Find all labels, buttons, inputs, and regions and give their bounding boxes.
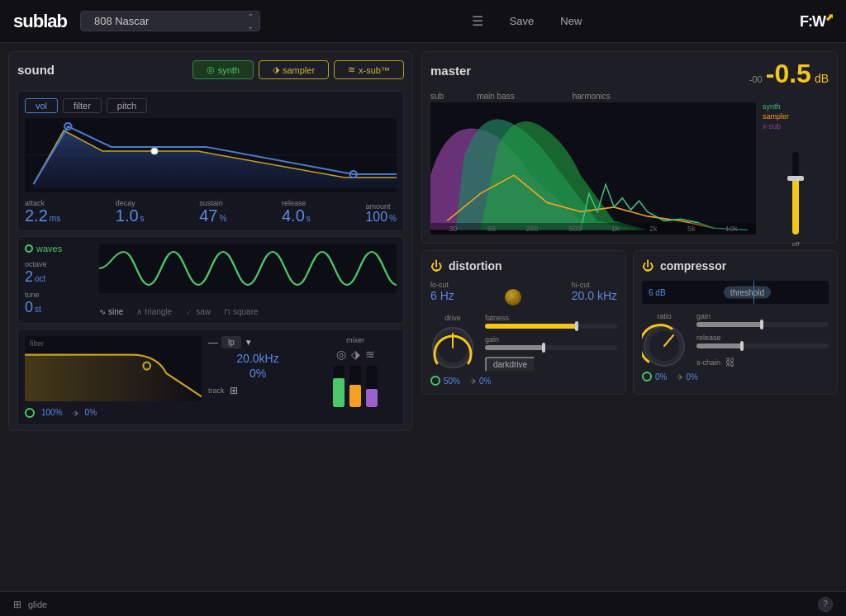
synth-tab[interactable]: ◎ synth [192, 60, 254, 79]
comp-release-label: release [696, 334, 829, 342]
filter-controls: — lp ▼ 20.0kHz 0% track ⊞ [208, 336, 307, 418]
harmonics-label: harmonics [573, 92, 611, 101]
comp-release-slider[interactable] [696, 344, 829, 348]
dist-main: drive [430, 314, 617, 372]
vol-tab[interactable]: vol [25, 98, 58, 113]
help-button[interactable]: ? [818, 597, 833, 612]
comp-gain-fill [696, 322, 763, 327]
schain-label: s-chain [696, 358, 720, 367]
dist-dot-container [468, 281, 558, 306]
threshold-bar[interactable]: 6 dB threshold [642, 281, 829, 304]
glide-label: glide [28, 599, 47, 609]
distortion-power-icon[interactable]: ⏻ [430, 259, 442, 272]
comp-mix-icon: ⬗ [677, 372, 682, 381]
threshold-line [753, 281, 754, 304]
compressor-power-icon[interactable]: ⏻ [642, 259, 654, 272]
dist-mix-value: 0% [479, 377, 491, 386]
dist-power-icon[interactable] [430, 376, 440, 386]
comp-power-icon[interactable] [642, 372, 652, 381]
drive-knob[interactable] [430, 325, 475, 370]
freq-2k: 2k [649, 225, 658, 233]
locut-param: lo-cut 6 Hz [430, 281, 454, 306]
freq-500: 500 [568, 225, 581, 233]
filter-tab[interactable]: filter [63, 98, 102, 113]
mixer-bar-fill-purple [366, 389, 378, 408]
octave-param: octave 2 oct [25, 260, 91, 286]
waves-title-label: waves [36, 244, 62, 254]
hicut-param: hi-cut 20.0 kHz [572, 281, 617, 306]
app-logo: sublab [13, 11, 67, 32]
master-title: master [430, 64, 471, 78]
filter-mix-icon: ⬗ [73, 409, 78, 417]
envelope-display [25, 118, 397, 192]
new-button[interactable]: New [554, 13, 588, 29]
gain-slider[interactable] [485, 345, 617, 350]
ratio-knob[interactable] [642, 324, 687, 368]
triangle-tab[interactable]: ∧ triangle [136, 307, 172, 316]
square-tab[interactable]: ⊓ square [224, 307, 259, 316]
darkdrive-button[interactable]: darkdrive [485, 357, 535, 372]
filter-section: filter [17, 329, 404, 425]
schain-icon[interactable]: ⛓ [725, 357, 735, 368]
save-button[interactable]: Save [503, 13, 541, 29]
comp-on-value: 0% [655, 372, 667, 381]
preset-selector[interactable] [80, 11, 260, 31]
spectrum-display: 30 65 260 500 1k 2k 5k 10k [430, 102, 756, 235]
sampler-icon: ⬗ [273, 64, 279, 75]
logo-prefix: sub [13, 11, 43, 31]
statusbar: ⊞ glide ? [0, 591, 846, 616]
ratio-knob-svg [642, 324, 687, 368]
comp-gain-slider[interactable] [696, 322, 829, 327]
fatness-thumb[interactable] [575, 321, 578, 331]
xsub-tab[interactable]: ≋ x-sub™ [334, 60, 404, 79]
wave-display [99, 244, 397, 293]
xsub-tab-label: x-sub™ [359, 65, 390, 75]
legend-xsub: x-sub [763, 122, 829, 130]
mixer-icon-3: ≋ [365, 348, 375, 361]
octave-unit: oct [35, 274, 45, 283]
master-db-label: -00 [749, 74, 763, 84]
waves-left: waves octave 2 oct tune 0 st [25, 244, 91, 316]
preset-container[interactable]: ⌃⌄ [80, 11, 260, 31]
square-label: square [233, 307, 259, 316]
mixer-bar-orange[interactable] [349, 366, 361, 407]
dist-on-value: 50% [444, 377, 460, 386]
fatness-slider[interactable] [485, 324, 617, 329]
menu-icon[interactable]: ☰ [472, 13, 483, 29]
mixer-bar-green[interactable] [333, 366, 345, 407]
spectrum-section-labels: sub main bass harmonics [430, 92, 829, 101]
filter-type-label[interactable]: lp [221, 336, 241, 348]
master-right: synth sampler x-sub [763, 102, 829, 235]
sampler-tab-label: sampler [283, 65, 315, 75]
comp-gain-thumb[interactable] [760, 320, 763, 329]
comp-sliders: gain release [696, 312, 829, 368]
amount-unit: % [389, 214, 397, 223]
sampler-tab[interactable]: ⬗ sampler [259, 60, 329, 79]
comp-bottom-row: 0% ⬗ 0% [642, 372, 829, 381]
dist-dot[interactable] [505, 289, 521, 306]
fader-off-label: off [792, 240, 800, 248]
saw-tab[interactable]: ⟋ saw [185, 307, 211, 316]
svg-point-2 [151, 148, 158, 154]
release-value: 4.0 [282, 207, 305, 224]
gain-thumb[interactable] [542, 343, 545, 353]
legend-synth: synth [763, 102, 829, 111]
schain-row: s-chain ⛓ [696, 357, 829, 368]
main-content: sound ◎ synth ⬗ sampler ≋ x-sub™ [0, 43, 846, 591]
xsub-icon: ≋ [348, 64, 355, 75]
compressor-panel: ⏻ compressor 6 dB threshold ratio [633, 250, 838, 395]
comp-release-slider-row: release [696, 334, 829, 348]
ratio-knob-container: ratio [642, 312, 687, 368]
triangle-label: triangle [145, 307, 172, 316]
filter-dropdown-icon: ▼ [245, 338, 253, 347]
mixer-bar-purple[interactable] [366, 366, 378, 407]
comp-release-fill [696, 344, 743, 348]
pitch-tab[interactable]: pitch [107, 98, 147, 113]
sub-label: sub [430, 92, 444, 101]
master-fader[interactable]: off [787, 152, 804, 235]
filter-type-row: — lp ▼ [208, 336, 307, 348]
spectrum-legend: synth sampler x-sub [763, 102, 829, 130]
fader-handle[interactable] [787, 176, 804, 181]
comp-release-thumb[interactable] [740, 341, 744, 351]
sine-tab[interactable]: ∿ sine [99, 307, 123, 316]
